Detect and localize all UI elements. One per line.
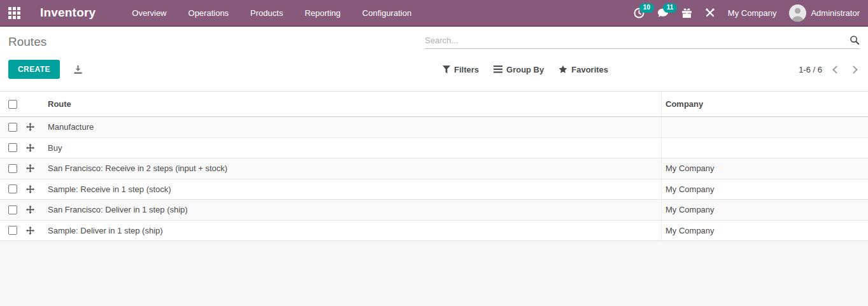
table-row[interactable]: Sample: Deliver in 1 step (ship) My Comp… — [0, 221, 868, 242]
company-cell: My Company — [661, 200, 868, 220]
routes-list: Route Company Manufacture Buy San Franci… — [0, 91, 868, 241]
filters-label: Filters — [454, 65, 479, 74]
drag-handle-icon[interactable] — [26, 226, 39, 235]
route-cell: San Francisco: Receive in 2 steps (input… — [39, 163, 661, 173]
table-row[interactable]: San Francisco: Receive in 2 steps (input… — [0, 158, 868, 179]
create-button[interactable]: CREATE — [8, 60, 60, 79]
route-cell: Manufacture — [39, 122, 661, 132]
group-by-button[interactable]: Group By — [494, 65, 544, 74]
tools-button[interactable] — [705, 8, 715, 18]
company-cell — [661, 138, 868, 158]
row-checkbox[interactable] — [8, 184, 17, 193]
activities-count-badge: 10 — [639, 3, 654, 13]
route-cell: Buy — [39, 143, 661, 153]
messages-count-badge: 11 — [663, 3, 678, 13]
table-row[interactable]: San Francisco: Deliver in 1 step (ship) … — [0, 200, 868, 221]
drag-handle-icon[interactable] — [26, 164, 39, 172]
menu-products[interactable]: Products — [249, 6, 284, 20]
avatar — [789, 4, 806, 22]
top-navbar: Inventory Overview Operations Products R… — [0, 0, 868, 27]
table-row[interactable]: Buy — [0, 138, 868, 159]
table-header-row: Route Company — [0, 92, 868, 117]
route-cell: San Francisco: Deliver in 1 step (ship) — [39, 205, 661, 214]
drag-handle-icon[interactable] — [26, 205, 39, 214]
messages-button[interactable]: 11 — [657, 8, 669, 18]
table-body: Manufacture Buy San Francisco: Receive i… — [0, 117, 868, 241]
row-checkbox[interactable] — [8, 205, 17, 214]
pager-previous-icon[interactable] — [832, 66, 841, 74]
search-icon[interactable] — [850, 35, 860, 45]
table-row[interactable]: Sample: Receive in 1 step (stock) My Com… — [0, 179, 868, 200]
select-all-checkbox[interactable] — [8, 100, 17, 109]
row-checkbox[interactable] — [8, 226, 17, 235]
control-panel: Routes CREATE Filters Group By — [0, 27, 868, 83]
app-menu: Overview Operations Products Reporting C… — [131, 6, 413, 20]
menu-configuration[interactable]: Configuration — [361, 6, 413, 20]
column-header-route[interactable]: Route — [26, 99, 661, 109]
route-cell: Sample: Deliver in 1 step (ship) — [39, 226, 661, 235]
activities-button[interactable]: 10 — [634, 8, 644, 18]
gift-icon — [681, 8, 692, 18]
menu-overview[interactable]: Overview — [131, 6, 167, 20]
route-cell: Sample: Receive in 1 step (stock) — [39, 184, 661, 194]
company-cell — [661, 117, 868, 137]
favorites-label: Favorites — [571, 65, 608, 74]
apps-menu-icon[interactable] — [8, 7, 20, 19]
favorites-button[interactable]: Favorites — [559, 65, 608, 74]
company-switcher[interactable]: My Company — [728, 8, 777, 18]
drag-handle-icon[interactable] — [26, 123, 39, 131]
company-cell: My Company — [661, 158, 868, 179]
search-bar[interactable] — [425, 35, 860, 49]
page-title: Routes — [8, 35, 46, 49]
star-icon — [559, 65, 567, 74]
content-background — [0, 241, 868, 306]
filter-funnel-icon — [443, 66, 450, 74]
app-title[interactable]: Inventory — [40, 6, 96, 20]
drag-handle-icon[interactable] — [26, 144, 39, 152]
table-row[interactable]: Manufacture — [0, 117, 868, 138]
row-checkbox[interactable] — [8, 164, 17, 173]
drag-handle-icon[interactable] — [26, 185, 39, 193]
row-checkbox[interactable] — [8, 143, 17, 152]
menu-operations[interactable]: Operations — [187, 6, 231, 20]
user-name: Administrator — [811, 8, 860, 18]
group-by-lines-icon — [494, 66, 502, 73]
export-icon[interactable] — [73, 65, 83, 74]
company-cell: My Company — [661, 179, 868, 200]
wrench-screwdriver-icon — [705, 8, 715, 18]
menu-reporting[interactable]: Reporting — [303, 6, 341, 20]
gift-button[interactable] — [681, 8, 692, 18]
pager-value: 1-6 / 6 — [799, 65, 822, 74]
group-by-label: Group By — [506, 65, 544, 74]
search-input[interactable] — [425, 36, 850, 45]
pager-next-icon[interactable] — [850, 66, 858, 74]
company-cell: My Company — [661, 221, 868, 241]
row-checkbox[interactable] — [8, 123, 17, 132]
user-menu[interactable]: Administrator — [789, 4, 860, 22]
filters-button[interactable]: Filters — [443, 65, 479, 74]
column-header-company[interactable]: Company — [661, 92, 868, 116]
